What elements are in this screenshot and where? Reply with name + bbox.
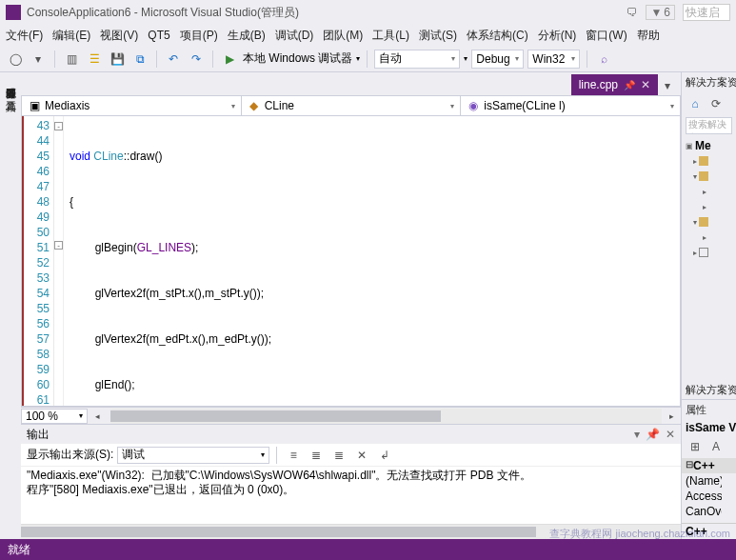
tree-node[interactable]: ▾: [686, 214, 732, 230]
close-tab-icon[interactable]: ✕: [641, 78, 650, 91]
nav-class-combo[interactable]: ◆ CLine▾: [242, 96, 462, 115]
new-project-button[interactable]: ▥: [62, 50, 81, 69]
document-tab-label: line.cpp: [579, 78, 618, 91]
menu-project[interactable]: 项目(P): [180, 28, 218, 44]
output-pin-icon[interactable]: 📌: [646, 428, 660, 441]
menu-file[interactable]: 文件(F): [6, 28, 43, 44]
solution-tree[interactable]: ▣Me ▸ ▾ ▸ ▸ ▾ ▸ ▸: [682, 136, 736, 262]
output-prev-button[interactable]: ≣: [307, 446, 326, 465]
tree-node[interactable]: ▸: [686, 199, 732, 214]
code-editor[interactable]: 4344454647484950515253545556575859606162…: [21, 116, 681, 407]
server-explorer-tab[interactable]: 服务器资源管理器: [4, 76, 18, 84]
categorized-icon[interactable]: ⊞: [686, 437, 705, 456]
solution-search-input[interactable]: 搜索解决方: [686, 117, 732, 134]
window-title: ConsoleApplication6 - Microsoft Visual S…: [27, 5, 627, 21]
menu-view[interactable]: 视图(V): [100, 28, 138, 44]
active-files-dropdown[interactable]: ▾: [658, 76, 677, 95]
menu-window[interactable]: 窗口(W): [586, 28, 627, 44]
tree-node[interactable]: ▸: [686, 184, 732, 199]
toolbox-tab[interactable]: 工具箱: [4, 90, 18, 97]
properties-object[interactable]: isSame VC: [682, 420, 736, 435]
line-number-gutter: 4344454647484950515253545556575859606162: [22, 116, 54, 406]
menu-bar: 文件(F) 编辑(E) 视图(V) QT5 项目(P) 生成(B) 调试(D) …: [0, 25, 736, 46]
output-wrap-button[interactable]: ↲: [375, 446, 394, 465]
nav-member-combo[interactable]: ◉ isSame(CLine l)▾: [461, 96, 680, 115]
title-bar: ConsoleApplication6 - Microsoft Visual S…: [0, 0, 736, 25]
menu-arch[interactable]: 体系结构(C): [467, 28, 528, 44]
tree-root-node[interactable]: ▣Me: [686, 138, 732, 153]
project-icon: ▣: [28, 99, 41, 112]
platform-combo[interactable]: Win32▾: [527, 50, 580, 69]
output-clear-button[interactable]: ✕: [352, 446, 371, 465]
alphabetical-icon[interactable]: A: [706, 437, 726, 456]
save-all-button[interactable]: ⧉: [130, 50, 149, 69]
menu-build[interactable]: 生成(B): [228, 28, 266, 44]
vs-logo-icon: [6, 5, 21, 20]
undo-button[interactable]: ↶: [164, 50, 183, 69]
menu-team[interactable]: 团队(M): [323, 28, 363, 44]
solution-explorer-tab[interactable]: 解决方案资: [682, 381, 736, 399]
properties-title: 属性: [682, 400, 736, 420]
menu-analyze[interactable]: 分析(N): [538, 28, 577, 44]
solution-explorer-title: 解决方案资: [682, 72, 736, 92]
nav-back-button[interactable]: ◯: [6, 50, 25, 69]
redo-button[interactable]: ↷: [187, 50, 206, 69]
scroll-right-button[interactable]: ▸: [662, 407, 681, 426]
fold-toggle-icon[interactable]: -: [54, 241, 63, 250]
properties-panel: 属性 isSame VC ⊞ A ⊟ C++ (Name) Access Can…: [682, 399, 736, 539]
scrollbar-thumb[interactable]: [21, 527, 536, 537]
output-source-combo[interactable]: 调试▾: [117, 447, 269, 464]
menu-test[interactable]: 测试(S): [419, 28, 457, 44]
notification-count[interactable]: ▼6: [646, 5, 675, 20]
nav-fwd-button[interactable]: ▾: [29, 50, 48, 69]
solution-platform-combo[interactable]: 自动▾: [374, 50, 460, 69]
fold-toggle-icon[interactable]: -: [54, 122, 63, 130]
property-row[interactable]: CanOver: [682, 504, 736, 519]
property-category[interactable]: ⊟ C++: [682, 458, 736, 473]
status-text: 就绪: [8, 542, 30, 558]
separator: [54, 50, 55, 68]
home-icon[interactable]: ⌂: [686, 94, 705, 113]
output-dropdown-icon[interactable]: ▾: [634, 428, 640, 441]
outlining-margin[interactable]: - -: [54, 116, 64, 406]
menu-edit[interactable]: 编辑(E): [52, 28, 90, 44]
output-close-icon[interactable]: ✕: [666, 428, 675, 441]
menu-tools[interactable]: 工具(L): [372, 28, 409, 44]
menu-qt5[interactable]: QT5: [148, 29, 169, 42]
quick-launch-input[interactable]: 快速启动: [683, 4, 730, 21]
pin-icon[interactable]: 📌: [624, 80, 635, 90]
find-button[interactable]: ⌕: [594, 50, 613, 69]
nav-scope-combo[interactable]: ▣ Mediaxis▾: [22, 96, 242, 115]
output-panel: 输出 ▾ 📌 ✕ 显示输出来源(S): 调试▾ ≡ ≣ ≣ ✕ ↲ "Media…: [21, 424, 681, 539]
scrollbar-thumb[interactable]: [110, 410, 441, 422]
code-text[interactable]: void CLine::draw() { glBegin(GL_LINES); …: [64, 116, 680, 406]
start-debug-label[interactable]: 本地 Windows 调试器: [243, 50, 352, 67]
tree-node[interactable]: ▾: [686, 169, 732, 184]
output-next-button[interactable]: ≣: [329, 446, 348, 465]
tree-node[interactable]: ▸: [686, 153, 732, 169]
document-tab-well: line.cpp 📌 ✕ ▾: [21, 72, 681, 95]
menu-debug[interactable]: 调试(D): [275, 28, 314, 44]
notification-icon[interactable]: 🗨: [627, 6, 638, 19]
document-tab-line-cpp[interactable]: line.cpp 📌 ✕: [571, 74, 658, 95]
output-horizontal-scrollbar[interactable]: [21, 524, 681, 539]
scroll-left-button[interactable]: ◂: [88, 407, 107, 426]
property-row[interactable]: Access: [682, 489, 736, 504]
separator: [212, 50, 213, 68]
output-text[interactable]: "Mediaxis.exe"(Win32): 已加载"C:\Windows\Sy…: [21, 467, 681, 524]
output-goto-button[interactable]: ≡: [284, 446, 303, 465]
folder-icon: [699, 156, 708, 166]
open-button[interactable]: ☰: [85, 50, 104, 69]
property-help: C++: [682, 523, 736, 539]
menu-help[interactable]: 帮助: [637, 28, 660, 44]
refresh-icon[interactable]: ⟳: [706, 94, 726, 113]
tree-node[interactable]: ▸: [686, 230, 732, 245]
save-button[interactable]: 💾: [108, 50, 127, 69]
config-combo[interactable]: Debug▾: [471, 50, 524, 69]
tree-node[interactable]: ▸: [686, 245, 732, 260]
start-debug-button[interactable]: ▶: [220, 50, 239, 69]
property-row[interactable]: (Name): [682, 473, 736, 489]
separator: [587, 50, 587, 68]
horizontal-scrollbar[interactable]: [110, 409, 662, 424]
zoom-combo[interactable]: 100 %▾: [21, 409, 88, 424]
